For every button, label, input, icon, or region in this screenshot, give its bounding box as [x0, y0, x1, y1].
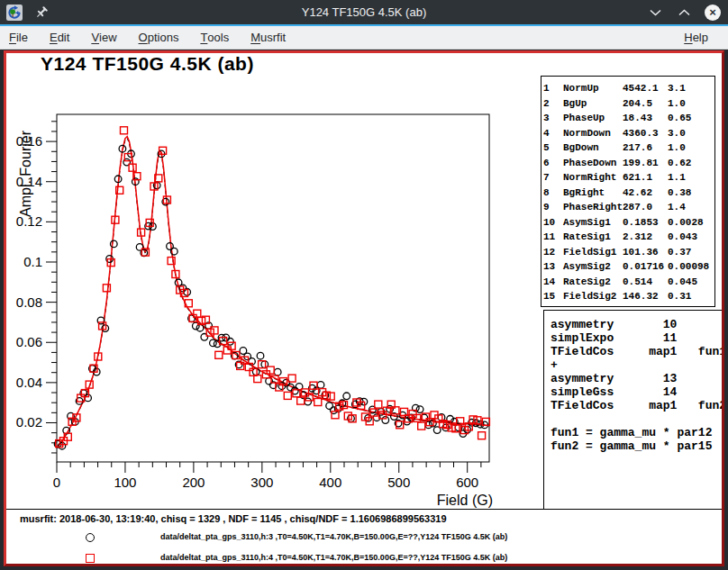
window-title: Y124 TF150G 4.5K (ab)	[0, 5, 728, 19]
info-pad-separator	[6, 509, 722, 510]
fit-parameter-row: 3PhaseUp18.430.65	[543, 111, 714, 126]
svg-text:0.02: 0.02	[16, 414, 42, 430]
titlebar[interactable]: Y124 TF150G 4.5K (ab) ×	[0, 0, 728, 24]
menu-musrfit[interactable]: Musrfit	[240, 26, 296, 49]
svg-text:300: 300	[250, 475, 273, 490]
fit-parameter-row: 8BgRight42.620.38	[543, 185, 714, 201]
svg-text:200: 200	[182, 475, 205, 490]
fit-parameter-row: 12FieldSig1101.360.37	[543, 245, 714, 260]
svg-text:0.1: 0.1	[23, 254, 42, 269]
fit-curve-red-solid	[57, 137, 489, 448]
svg-text:0: 0	[53, 475, 60, 490]
legend-row[interactable]: data/deltat_pta_gps_3110,h:4 ,T0=4.50K,T…	[6, 552, 722, 565]
menu-edit[interactable]: Edit	[39, 26, 80, 49]
root-canvas[interactable]: Y124 TF150G 4.5K (ab) 010020030040050060…	[4, 50, 724, 566]
series-circles	[54, 145, 487, 449]
chevron-up-icon	[678, 9, 690, 16]
fit-curve-black-dashed	[57, 138, 489, 447]
menu-help[interactable]: Help	[675, 26, 719, 49]
chevron-down-icon	[650, 9, 661, 16]
open-circle-icon	[86, 533, 95, 542]
fit-parameter-row: 10AsymSig10.18530.0028	[543, 215, 714, 231]
theory-text: asymmetry 10 simplExpo 11 TFieldCos map1…	[551, 318, 722, 453]
root-app-icon	[6, 5, 23, 21]
svg-text:0.06: 0.06	[16, 334, 42, 349]
menu-options[interactable]: Options	[128, 26, 190, 49]
legend-label: data/deltat_pta_gps_3110,h:4 ,T0=4.50K,T…	[160, 553, 507, 562]
fit-parameter-row: 13AsymSig20.017160.00098	[543, 259, 714, 275]
legend-label: data/deltat_pta_gps_3110,h:3 ,T0=4.50K,T…	[160, 532, 507, 541]
svg-text:Field (G): Field (G)	[437, 493, 493, 508]
svg-text:100: 100	[114, 475, 136, 490]
plot-frame	[57, 114, 489, 462]
fit-parameter-row: 2BgUp204.51.0	[543, 96, 714, 112]
fit-parameter-row: 11RateSig12.3120.043	[543, 230, 714, 245]
fit-parameter-row: 6PhaseDown199.810.62	[543, 156, 714, 171]
close-icon: ×	[705, 5, 721, 21]
fit-parameter-row: 5BgDown217.61.0	[543, 140, 714, 156]
fit-parameters-box[interactable]: 1NormUp4542.13.12BgUp204.51.03PhaseUp18.…	[541, 76, 715, 307]
legend-row[interactable]: data/deltat_pta_gps_3110,h:3 ,T0=4.50K,T…	[6, 531, 722, 544]
svg-text:0.04: 0.04	[16, 375, 42, 390]
open-square-icon	[86, 554, 95, 563]
menu-view[interactable]: View	[80, 26, 127, 49]
svg-text:400: 400	[319, 475, 341, 490]
fit-info-line: musrfit: 2018-06-30, 13:19:40, chisq = 1…	[20, 513, 447, 524]
svg-text:Ampl. Fourier: Ampl. Fourier	[18, 130, 33, 217]
menu-tools[interactable]: Tools	[189, 26, 240, 49]
x-axis: 0100200300400500600Field (G)	[53, 462, 493, 508]
svg-text:500: 500	[387, 475, 410, 490]
series-squares	[56, 127, 490, 448]
close-button[interactable]: ×	[705, 5, 721, 21]
fit-parameter-row: 4NormDown4360.33.0	[543, 126, 714, 141]
menu-file[interactable]: File	[0, 26, 39, 49]
minimize-button[interactable]	[647, 5, 663, 21]
fit-parameter-row: 9PhaseRight287.01.4	[543, 200, 714, 215]
pin-icon[interactable]	[34, 5, 49, 20]
fit-parameter-row: 1NormUp4542.13.1	[543, 81, 714, 96]
fit-parameter-row: 7NormRight621.11.1	[543, 170, 714, 185]
menubar: FileEditViewOptionsToolsMusrfit Help	[0, 26, 728, 50]
fit-parameter-row: 14RateSig20.5140.045	[543, 275, 714, 290]
y-axis: 0.020.040.060.080.10.120.140.16Ampl. Fou…	[16, 122, 57, 453]
svg-text:0.08: 0.08	[16, 294, 42, 310]
fit-parameter-row: 15FieldSig2146.320.31	[543, 289, 714, 304]
svg-text:600: 600	[456, 475, 478, 490]
theory-box[interactable]: asymmetry 10 simplExpo 11 TFieldCos map1…	[543, 310, 722, 510]
maximize-button[interactable]	[676, 5, 692, 21]
